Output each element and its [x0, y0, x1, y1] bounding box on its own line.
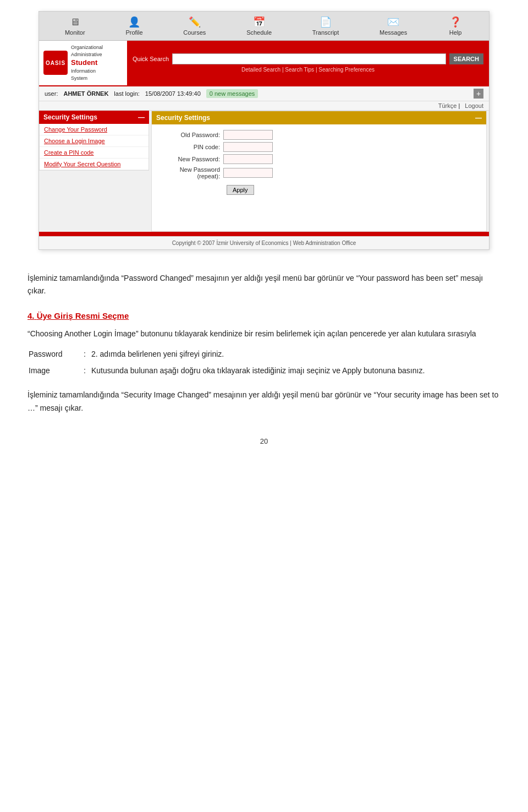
nav-transcript-label: Transcript — [312, 29, 339, 36]
new-password-repeat-input[interactable] — [223, 168, 273, 178]
footer-copyright: Copyright © 2007 İzmir University of Eco… — [39, 236, 489, 249]
form-row-new-password-repeat: New Password(repeat): — [157, 166, 481, 179]
nav-profile[interactable]: 👤 Profile — [121, 15, 147, 37]
def-row-image: Image : Kutusunda bulunan aşağı doğru ok… — [29, 363, 499, 379]
logo-line1: Organizational — [71, 45, 103, 50]
sidebar-title: Security Settings — [43, 113, 97, 121]
top-nav: 🖥 Monitor 👤 Profile ✏️ Courses 📅 Schedul… — [39, 12, 489, 41]
sidebar-item-choose-login-image[interactable]: Choose a Login Image — [40, 135, 148, 147]
page-body: İşleminiz tamamlandığında “Password Chan… — [0, 261, 528, 426]
def-row-password: Password : 2. adımda belirlenen yeni şif… — [29, 347, 499, 362]
apply-row: Apply — [157, 182, 481, 195]
search-tips-link[interactable]: Search Tips — [285, 67, 314, 73]
last-login-label: last login: — [114, 90, 139, 97]
logo-line3: Student — [71, 58, 103, 68]
user-bar: user: AHMET ÖRNEK last login: 15/08/2007… — [39, 85, 489, 101]
def-key-password: Password — [29, 347, 78, 362]
university-link[interactable]: İzmir University of Economics — [216, 240, 288, 246]
logo-description: Organizational Administrative Student In… — [71, 44, 103, 82]
new-password-repeat-label: New Password(repeat): — [157, 166, 223, 179]
new-password-input[interactable] — [223, 154, 273, 164]
logo-brand-text: OASIS — [46, 60, 65, 66]
detailed-search-link[interactable]: Detailed Search — [241, 67, 280, 73]
web-admin-link[interactable]: Web Administration Office — [293, 240, 356, 246]
monitor-icon: 🖥 — [67, 16, 82, 28]
right-panel: Security Settings — Old Password: PIN co… — [151, 111, 487, 232]
old-password-label: Old Password: — [157, 132, 223, 138]
header-bar: OASIS Organizational Administrative Stud… — [39, 41, 489, 85]
search-area: Quick Search SEARCH Detailed Search | Se… — [127, 41, 489, 85]
nav-messages-label: Messages — [380, 29, 407, 36]
new-messages-badge: 0 new messages — [206, 89, 258, 98]
sidebar-item-change-password[interactable]: Change Your Password — [40, 124, 148, 135]
searching-preferences-link[interactable]: Searching Preferences — [318, 67, 375, 73]
search-button[interactable]: SEARCH — [449, 53, 483, 64]
apply-button[interactable]: Apply — [227, 185, 254, 195]
lang-bar: Türkçe | Logout — [39, 101, 489, 111]
def-val-password: 2. adımda belirlenen yeni şifreyi girini… — [91, 347, 499, 362]
nav-schedule-label: Schedule — [246, 29, 272, 36]
sidebar-item-create-pin[interactable]: Create a PIN code — [40, 147, 148, 159]
copyright-text: Copyright © 2007 — [172, 240, 217, 246]
new-password-label: New Password: — [157, 156, 223, 162]
nav-schedule[interactable]: 📅 Schedule — [242, 15, 276, 37]
schedule-icon: 📅 — [251, 16, 267, 28]
definition-table: Password : 2. adımda belirlenen yeni şif… — [28, 346, 501, 380]
screenshot-container: 🖥 Monitor 👤 Profile ✏️ Courses 📅 Schedul… — [38, 11, 490, 250]
form-row-new-password: New Password: — [157, 154, 481, 164]
logo-area: OASIS Organizational Administrative Stud… — [39, 41, 127, 85]
def-sep-image: : — [79, 363, 90, 379]
search-row: Quick Search SEARCH — [133, 53, 483, 64]
help-icon: ❓ — [448, 16, 463, 28]
plus-button[interactable]: + — [474, 89, 483, 99]
nav-courses[interactable]: ✏️ Courses — [179, 15, 210, 37]
panel-header: Security Settings — — [152, 111, 486, 124]
sidebar-collapse-button[interactable]: — — [138, 113, 145, 121]
closing-paragraph: İşleminiz tamamlandığında “Security Imag… — [28, 389, 501, 415]
section-title[interactable]: 4. Üye Giriş Resmi Seçme — [28, 309, 501, 323]
logo-line5: System — [71, 75, 87, 81]
search-input[interactable] — [172, 53, 446, 64]
intro-text: İşleminiz tamamlandığında “Password Chan… — [28, 274, 483, 296]
panel-body: Old Password: PIN code: New Password: Ne… — [152, 124, 486, 200]
search-links: Detailed Search | Search Tips | Searchin… — [133, 67, 483, 73]
nav-help[interactable]: ❓ Help — [443, 15, 468, 37]
footer-red-bar — [39, 232, 489, 236]
nav-transcript[interactable]: 📄 Transcript — [308, 15, 344, 37]
panel-title: Security Settings — [156, 114, 210, 122]
lang-link[interactable]: Türkçe — [438, 102, 457, 109]
user-label: user: — [45, 90, 58, 97]
search-label: Quick Search — [133, 56, 169, 62]
section-description: “Choosing Another Login İmage” butonunu … — [28, 328, 501, 341]
section-heading: Üye Giriş Resmi Seçme — [37, 311, 129, 320]
logo-line4: Information — [71, 68, 96, 74]
sidebar: Security Settings — Change Your Password… — [39, 111, 149, 232]
old-password-input[interactable] — [223, 130, 273, 140]
main-content: Security Settings — Change Your Password… — [39, 111, 489, 232]
def-sep-password: : — [79, 347, 90, 362]
last-login-value: 15/08/2007 13:49:40 — [145, 90, 201, 97]
oasis-logo: OASIS — [43, 51, 68, 75]
sidebar-item-modify-secret-question[interactable]: Modify Your Secret Question — [40, 159, 148, 170]
nav-profile-label: Profile — [125, 29, 142, 36]
section-number: 4. — [28, 311, 35, 320]
def-val-image: Kutusunda bulunan aşağı doğru oka tıklay… — [91, 363, 499, 379]
transcript-icon: 📄 — [318, 16, 333, 28]
profile-icon: 👤 — [127, 16, 142, 28]
messages-icon: ✉️ — [386, 16, 401, 28]
nav-courses-label: Courses — [183, 29, 206, 36]
courses-icon: ✏️ — [187, 16, 202, 28]
form-row-pin-code: PIN code: — [157, 142, 481, 152]
nav-messages[interactable]: ✉️ Messages — [375, 15, 411, 37]
nav-monitor[interactable]: 🖥 Monitor — [61, 15, 90, 37]
logout-link[interactable]: Logout — [465, 102, 483, 109]
sidebar-menu: Change Your Password Choose a Login Imag… — [39, 124, 149, 171]
def-key-image: Image — [29, 363, 78, 379]
panel-collapse-button[interactable]: — — [475, 114, 482, 122]
pin-code-input[interactable] — [223, 142, 273, 152]
form-row-old-password: Old Password: — [157, 130, 481, 140]
sidebar-header: Security Settings — — [39, 111, 149, 124]
logo-line2: Administrative — [71, 52, 102, 57]
user-name: AHMET ÖRNEK — [63, 90, 108, 97]
nav-monitor-label: Monitor — [65, 29, 85, 36]
